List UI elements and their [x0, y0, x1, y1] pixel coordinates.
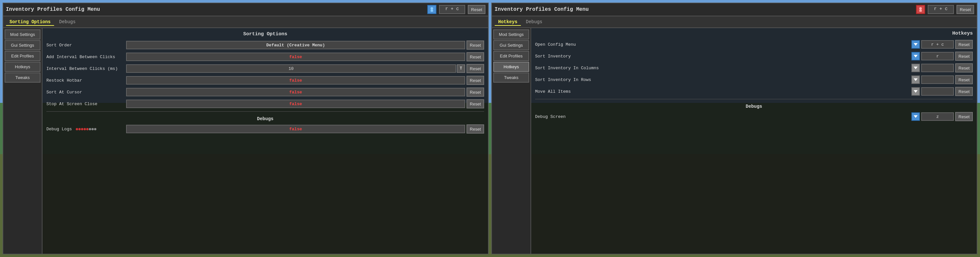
- interval-ms-control: 10 T Reset: [126, 64, 484, 73]
- debug-dots-decoration: [76, 128, 96, 130]
- add-interval-label: Add Interval Between Clicks: [46, 54, 125, 59]
- right-panel-title: Inventory Profiles Config Menu: [495, 6, 913, 13]
- sidebar-gui-settings[interactable]: Gui Settings: [5, 40, 40, 50]
- setting-debug-logs: Debug Logs: [46, 124, 484, 135]
- sorting-section-title: Sorting Options: [46, 31, 484, 37]
- sort-columns-key[interactable]: [921, 63, 954, 72]
- sidebar-tweaks[interactable]: Tweaks: [5, 73, 40, 82]
- sort-rows-key[interactable]: [921, 75, 954, 84]
- sort-at-cursor-value[interactable]: false: [126, 88, 465, 96]
- restock-hotbar-value[interactable]: false: [126, 76, 465, 84]
- hotkey-sort-inventory: Sort Inventory r Reset: [535, 51, 973, 62]
- right-icon-btn[interactable]: [916, 5, 925, 14]
- setting-add-interval: Add Interval Between Clicks false Reset: [46, 51, 484, 62]
- sort-rows-reset[interactable]: Reset: [955, 75, 973, 84]
- right-title-bar: Inventory Profiles Config Menu r + c Res…: [492, 3, 977, 16]
- move-all-reset[interactable]: Reset: [955, 87, 973, 96]
- setting-sort-at-cursor: Sort At Cursor false Reset: [46, 87, 484, 98]
- stop-at-screen-control: false Reset: [126, 99, 484, 108]
- sort-rows-icon[interactable]: [912, 75, 920, 84]
- stop-at-screen-reset[interactable]: Reset: [466, 99, 484, 108]
- right-tab-bar: Hotkeys Debugs: [492, 16, 977, 28]
- sort-inventory-key[interactable]: r: [921, 52, 954, 60]
- add-interval-value[interactable]: false: [126, 52, 465, 61]
- svg-point-0: [431, 7, 433, 10]
- sidebar-hotkeys[interactable]: Hotkeys: [5, 62, 40, 72]
- add-interval-reset[interactable]: Reset: [466, 52, 484, 61]
- restock-hotbar-control: false Reset: [126, 76, 484, 85]
- sidebar-edit-profiles[interactable]: Edit Profiles: [5, 51, 40, 61]
- svg-marker-5: [914, 55, 918, 57]
- right-sidebar-hotkeys[interactable]: Hotkeys: [493, 62, 529, 72]
- hotkey-sort-rows-label: Sort Inventory In Rows: [535, 78, 909, 82]
- sort-columns-reset[interactable]: Reset: [955, 63, 973, 73]
- debug-logs-label: Debug Logs: [46, 127, 125, 132]
- right-sidebar-gui-settings[interactable]: Gui Settings: [493, 40, 529, 50]
- restock-hotbar-label: Restock Hotbar: [46, 78, 125, 83]
- sort-order-reset[interactable]: Reset: [466, 41, 484, 50]
- debug-logs-reset[interactable]: Reset: [466, 124, 484, 133]
- open-config-key[interactable]: r + c: [921, 40, 954, 49]
- sort-columns-icon[interactable]: [912, 63, 920, 72]
- right-config-panel: Inventory Profiles Config Menu r + c Res…: [491, 3, 977, 254]
- hotkey-open-config: Open Config Menu r + c Reset: [535, 39, 973, 50]
- left-title-bar: Inventory Profiles Config Menu r + c Res…: [3, 3, 488, 16]
- open-config-reset[interactable]: Reset: [955, 40, 973, 49]
- move-all-key[interactable]: [921, 87, 954, 96]
- interval-ms-reset[interactable]: Reset: [466, 64, 484, 73]
- hotkey-sort-columns-label: Sort Inventory In Columns: [535, 66, 909, 71]
- svg-marker-8: [914, 90, 918, 93]
- hotkey-sort-rows-controls: Reset: [912, 75, 973, 84]
- tab-sorting[interactable]: Sorting Options: [6, 18, 54, 26]
- interval-ms-box-group: 10 T: [126, 64, 465, 73]
- left-keybind-box[interactable]: r + c: [439, 5, 465, 14]
- interval-ms-t-btn[interactable]: T: [457, 64, 465, 73]
- stop-at-screen-value[interactable]: false: [126, 100, 465, 108]
- debug-screen-reset[interactable]: Reset: [955, 112, 973, 121]
- sort-inventory-icon[interactable]: [912, 52, 920, 60]
- left-config-panel: Inventory Profiles Config Menu r + c Res…: [3, 3, 489, 254]
- svg-rect-3: [919, 10, 922, 12]
- sort-order-value[interactable]: Default (Creative Menu): [126, 41, 465, 49]
- restock-hotbar-reset[interactable]: Reset: [466, 76, 484, 85]
- debug-section-title-left: Debugs: [46, 116, 484, 122]
- right-reset-btn[interactable]: Reset: [956, 5, 974, 14]
- hotkey-sort-inventory-controls: r Reset: [912, 52, 973, 61]
- right-keybind-box[interactable]: r + c: [928, 5, 954, 14]
- right-sidebar-tweaks[interactable]: Tweaks: [493, 73, 529, 82]
- svg-marker-4: [914, 43, 918, 46]
- sort-at-cursor-label: Sort At Cursor: [46, 90, 125, 95]
- sort-order-label: Sort Order: [46, 43, 125, 48]
- sort-at-cursor-control: false Reset: [126, 87, 484, 97]
- right-sidebar-edit-profiles[interactable]: Edit Profiles: [493, 51, 529, 61]
- hotkey-debug-screen-controls: z Reset: [912, 112, 973, 121]
- hotkey-sort-inventory-label: Sort Inventory: [535, 54, 909, 59]
- setting-interval-ms: Interval Between Clicks (ms) 10 T Reset: [46, 63, 484, 74]
- svg-marker-7: [914, 78, 918, 81]
- move-all-icon[interactable]: [912, 87, 920, 96]
- hotkey-move-all-controls: Reset: [912, 87, 973, 96]
- left-sidebar: Mod Settings Gui Settings Edit Profiles …: [3, 28, 43, 254]
- right-sidebar-mod-settings[interactable]: Mod Settings: [493, 29, 529, 40]
- debug-logs-value[interactable]: false: [126, 125, 465, 133]
- debug-screen-key[interactable]: z: [921, 112, 954, 121]
- setting-sort-order: Sort Order Default (Creative Menu) Reset: [46, 40, 484, 51]
- left-reset-btn[interactable]: Reset: [468, 5, 485, 14]
- debug-divider-right: [535, 99, 973, 99]
- sort-at-cursor-reset[interactable]: Reset: [466, 87, 484, 97]
- hotkey-open-config-controls: r + c Reset: [912, 40, 973, 49]
- interval-ms-label: Interval Between Clicks (ms): [46, 66, 125, 71]
- debug-screen-icon[interactable]: [912, 112, 920, 121]
- setting-restock-hotbar: Restock Hotbar false Reset: [46, 75, 484, 86]
- tab-hotkeys[interactable]: Hotkeys: [495, 18, 521, 26]
- add-interval-control: false Reset: [126, 52, 484, 61]
- tab-debugs-left[interactable]: Debugs: [56, 18, 79, 25]
- interval-ms-value[interactable]: 10: [126, 64, 456, 73]
- debug-divider-left: [46, 111, 484, 112]
- sort-inventory-reset[interactable]: Reset: [955, 52, 973, 61]
- left-icon-btn[interactable]: [427, 5, 436, 14]
- hotkey-debug-screen-label: Debug Screen: [535, 114, 909, 119]
- tab-debugs-right[interactable]: Debugs: [522, 18, 546, 25]
- open-config-icon[interactable]: [912, 40, 920, 49]
- sidebar-mod-settings[interactable]: Mod Settings: [5, 29, 40, 40]
